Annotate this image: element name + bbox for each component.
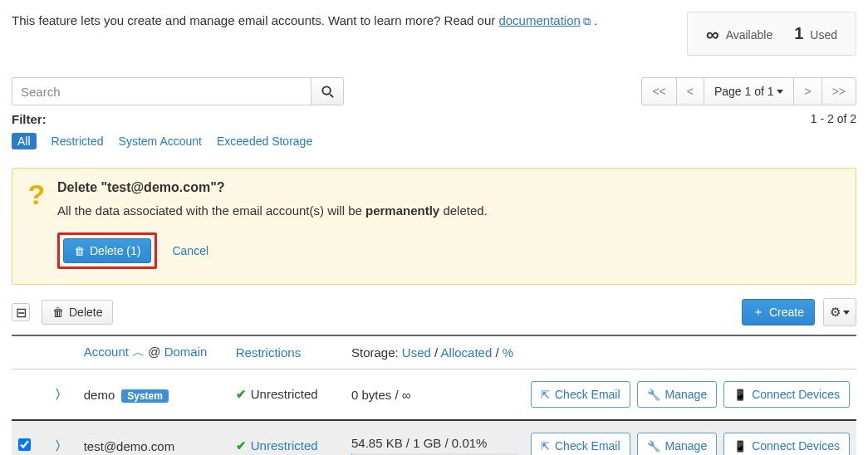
row-checkbox[interactable] [18,438,31,451]
create-button[interactable]: ＋Create [742,299,815,325]
sort-percent[interactable]: % [503,345,513,360]
question-icon: ? [26,180,47,269]
sort-allocated[interactable]: Allocated [441,345,493,360]
select-all-checkbox[interactable]: ⊟ [12,303,30,321]
cell-storage: 54.85 KB / 1 GB / 0.01% [345,420,524,455]
col-restrictions[interactable]: Restrictions [229,335,345,369]
dialog-title: Delete "test@demo.com"? [57,180,488,195]
filter-restricted[interactable]: Restricted [51,135,104,148]
results-range: 1 - 2 of 2 [811,112,856,126]
settings-dropdown-button[interactable]: ⚙ [823,298,856,326]
trash-icon: 🗑 [74,245,85,257]
intro-text: This feature lets you create and manage … [12,12,597,28]
connect-devices-button[interactable]: 📱Connect Devices [723,433,850,455]
confirm-delete-button[interactable]: 🗑 Delete (1) [63,238,151,263]
check-icon: ✔ [236,438,247,453]
trash-icon: 🗑 [52,306,64,319]
plus-icon: ＋ [753,305,764,320]
external-icon: ⇱ [541,389,550,401]
filter-all[interactable]: All [12,133,37,149]
svg-point-0 [322,86,330,94]
infinity-icon: ∞ [706,26,719,44]
sort-asc-icon: ︿ [132,345,148,359]
pager-prev-button[interactable]: < [676,77,704,105]
caret-down-icon [843,311,850,315]
table-row: 〉test@demo.com✔Unrestricted54.85 KB / 1 … [12,420,856,455]
accounts-table: Account ︿ @ Domain Restrictions Storage:… [12,335,856,455]
gear-icon: ⚙ [830,305,841,320]
instruction-highlight: 🗑 Delete (1) [57,232,157,269]
col-account[interactable]: Account ︿ @ Domain [77,335,229,369]
pager-next-button[interactable]: > [793,77,821,105]
phone-icon: 📱 [733,389,747,401]
wrench-icon: 🔧 [647,389,660,401]
cell-restriction: ✔Unrestricted [229,420,345,455]
col-storage: Storage: Used / Allocated / % [345,335,524,369]
search-button[interactable] [311,77,344,105]
expand-row-icon[interactable]: 〉 [51,387,71,401]
delete-confirm-dialog: ? Delete "test@demo.com"? All the data a… [12,168,856,285]
pagination: << < Page 1 of 1 > >> [641,77,856,105]
manage-button[interactable]: 🔧Manage [637,381,718,408]
manage-button[interactable]: 🔧Manage [637,433,718,455]
quota-available: ∞ Available [706,24,772,43]
quota-box: ∞ Available 1 Used [687,12,856,56]
external-icon: ⇱ [541,440,550,453]
check-email-button[interactable]: ⇱Check Email [531,433,630,455]
filter-exceeded-storage[interactable]: Exceeded Storage [217,135,312,148]
dialog-body: All the data associated with the email a… [57,203,488,218]
quota-used: 1 Used [794,24,837,43]
phone-icon: 📱 [733,440,747,453]
check-icon: ✔ [236,387,247,401]
search-icon [321,86,334,98]
pager-page-dropdown[interactable]: Page 1 of 1 [704,77,795,105]
svg-line-1 [330,94,333,97]
documentation-link[interactable]: documentation [498,13,580,27]
cell-account: demoSystem [77,369,229,421]
cell-storage: 0 bytes / ∞ [345,369,524,421]
external-link-icon: ⧉ [583,15,591,27]
filter-system-account[interactable]: System Account [119,135,202,148]
wrench-icon: 🔧 [647,440,660,453]
filter-label: Filter: [12,112,47,126]
cell-account: test@demo.com [77,420,229,455]
bulk-delete-button[interactable]: 🗑 Delete [42,300,113,325]
pager-last-button[interactable]: >> [821,77,856,105]
table-row: 〉demoSystem✔Unrestricted0 bytes / ∞⇱Chec… [12,369,856,421]
connect-devices-button[interactable]: 📱Connect Devices [723,381,850,408]
cell-restriction: ✔Unrestricted [229,369,345,421]
cancel-link[interactable]: Cancel [172,244,208,257]
search-input[interactable] [12,77,311,105]
pager-first-button[interactable]: << [641,77,676,105]
expand-row-icon[interactable]: 〉 [51,438,71,453]
sort-used[interactable]: Used [402,345,431,360]
check-email-button[interactable]: ⇱Check Email [531,381,630,408]
system-badge: System [121,389,169,403]
restriction-link[interactable]: Unrestricted [251,438,318,453]
caret-down-icon [777,90,783,94]
